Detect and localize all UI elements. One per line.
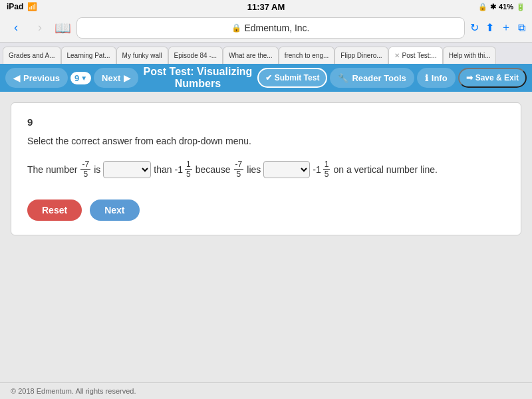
tabs-icon[interactable]: ⧉ [518, 22, 525, 34]
mixed2-num: 1 [323, 160, 331, 170]
tab-label: My funky wall [122, 52, 162, 59]
tab-help[interactable]: Help with thi... [443, 47, 497, 64]
tab-learning[interactable]: Learning Pat... [61, 47, 116, 64]
question-text: The number -7 5 is greater less than -1 … [27, 160, 505, 180]
tab-label: Episode 84 -... [174, 52, 217, 59]
tab-post-test[interactable]: ✕ Post Test:... [388, 47, 443, 64]
tab-label: Flipp Dinero... [340, 52, 382, 59]
save-exit-label: Save & Exit [475, 73, 519, 82]
submit-button[interactable]: ✔ Submit Test [257, 68, 328, 88]
mixed1-fraction: 1 5 [185, 160, 192, 180]
share-icon[interactable]: ⬆ [485, 21, 494, 34]
url-text: Edmentum, Inc. [244, 23, 309, 33]
info-icon: ℹ [425, 73, 428, 83]
tab-label: What are the... [229, 52, 273, 59]
wifi-icon: 📶 [27, 2, 37, 11]
mixed-number-2: -1 1 5 [313, 160, 331, 180]
tab-label: Help with thi... [449, 52, 491, 59]
reader-tools-label: Reader Tools [352, 73, 406, 83]
mixed1-den: 5 [185, 170, 192, 179]
mixed2-whole: -1 [313, 160, 321, 179]
mixed1-num: 1 [185, 160, 192, 170]
app-toolbar: ◀ Previous 9 ▼ Next ▶ Post Test: Visuali… [0, 64, 532, 92]
submit-check-icon: ✔ [265, 73, 272, 82]
fraction-1-numerator: -7 [80, 160, 90, 170]
reset-button[interactable]: Reset [27, 200, 82, 221]
new-tab-icon[interactable]: ＋ [501, 21, 511, 35]
forward-button[interactable]: › [31, 19, 49, 37]
back-button[interactable]: ‹ [7, 19, 25, 37]
fraction-2-numerator: -7 [234, 160, 244, 170]
submit-label: Submit Test [275, 73, 320, 82]
tab-funky[interactable]: My funky wall [116, 47, 168, 64]
question-card: 9 Select the correct answer from each dr… [11, 102, 521, 235]
status-left: iPad 📶 [7, 2, 37, 11]
text-lies: lies [247, 160, 261, 179]
battery-icon: 🔋 [516, 3, 525, 11]
toolbar-title: Post Test: Visualizing Numbers [141, 66, 254, 90]
tab-what[interactable]: What are the... [223, 47, 279, 64]
text-is: is [94, 160, 100, 179]
browser-tabs: Grades and A... Learning Pat... My funky… [0, 43, 532, 64]
mixed2-den: 5 [323, 170, 331, 179]
text-because: because [196, 160, 231, 179]
battery-label: 41% [499, 3, 513, 11]
dropdown-arrow-icon: ▼ [80, 74, 87, 82]
copyright-text: © 2018 Edmentum. All rights reserved. [11, 387, 136, 395]
tab-label: Grades and A... [9, 52, 55, 59]
save-icon: ➡ [466, 73, 473, 82]
wrench-icon: 🔧 [338, 73, 348, 83]
fraction-2-denominator: 5 [235, 170, 243, 179]
reader-tools-button[interactable]: 🔧 Reader Tools [330, 68, 414, 88]
fraction-1: -7 5 [80, 160, 90, 180]
tab-close-icon[interactable]: ✕ [394, 52, 400, 59]
status-right: 🔒 ✱ 41% 🔋 [478, 3, 525, 11]
url-bar[interactable]: 🔒 Edmentum, Inc. [76, 17, 465, 39]
browser-bar: ‹ › 📖 🔒 Edmentum, Inc. ↻ ⬆ ＋ ⧉ [0, 13, 532, 43]
next-toolbar-label: Next [102, 73, 120, 83]
footer: © 2018 Edmentum. All rights reserved. [0, 382, 532, 399]
mixed-number-1: -1 1 5 [175, 160, 193, 180]
refresh-icon[interactable]: ↻ [470, 21, 479, 34]
fraction-1-denominator: 5 [82, 170, 89, 179]
save-exit-button[interactable]: ➡ Save & Exit [458, 68, 527, 88]
text-intro: The number [27, 160, 77, 179]
text-than: than [154, 160, 172, 179]
browser-actions: ↻ ⬆ ＋ ⧉ [470, 21, 525, 35]
comparison-dropdown[interactable]: greater less [103, 161, 151, 178]
tab-flipp[interactable]: Flipp Dinero... [334, 47, 388, 64]
next-toolbar-button[interactable]: Next ▶ [94, 68, 138, 88]
tab-label: Learning Pat... [67, 52, 110, 59]
bookmark-icon[interactable]: 📖 [55, 20, 71, 36]
content-area: 9 Select the correct answer from each dr… [0, 92, 532, 382]
tab-label: french to eng... [285, 52, 329, 59]
bluetooth-icon: ✱ [490, 3, 496, 11]
info-label: Info [432, 73, 448, 83]
text-on-line: on a vertical number line. [333, 160, 437, 179]
previous-icon: ◀ [13, 73, 20, 83]
question-instruction: Select the correct answer from each drop… [27, 136, 505, 146]
lock-icon: 🔒 [478, 3, 487, 11]
fraction-2: -7 5 [234, 160, 244, 180]
ssl-lock-icon: 🔒 [231, 23, 241, 33]
question-badge[interactable]: 9 ▼ [70, 72, 91, 84]
tab-french[interactable]: french to eng... [279, 47, 335, 64]
next-button[interactable]: Next [90, 200, 139, 221]
mixed2-fraction: 1 5 [323, 160, 331, 180]
device-label: iPad [7, 2, 23, 11]
status-bar: iPad 📶 11:37 AM 🔒 ✱ 41% 🔋 [0, 0, 532, 13]
action-buttons: Reset Next [27, 200, 505, 221]
question-number-display: 9 [27, 116, 505, 128]
tab-grades[interactable]: Grades and A... [3, 47, 61, 64]
position-dropdown[interactable]: above below [263, 161, 310, 178]
mixed1-whole: -1 [175, 160, 183, 179]
info-button[interactable]: ℹ Info [417, 68, 456, 88]
tab-episode[interactable]: Episode 84 -... [168, 47, 223, 64]
tab-label: Post Test:... [402, 52, 437, 59]
status-time: 11:37 AM [247, 2, 285, 12]
question-number: 9 [74, 73, 79, 83]
previous-label: Previous [23, 73, 60, 83]
previous-button[interactable]: ◀ Previous [5, 68, 68, 88]
next-toolbar-icon: ▶ [124, 73, 130, 83]
